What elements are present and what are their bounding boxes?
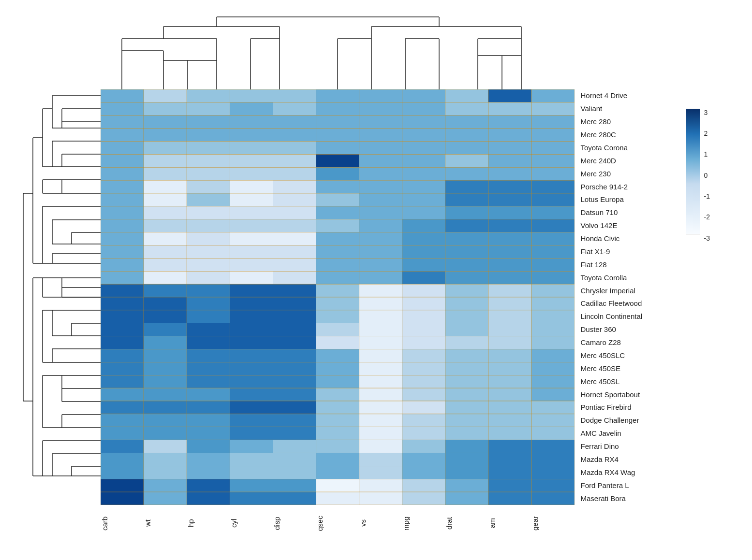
legend-label-2: 2	[704, 129, 708, 137]
row-label-21: Merc 450SE	[577, 362, 674, 375]
legend-gradient	[686, 109, 700, 234]
col-label-10: gear	[531, 506, 574, 545]
col-label-9: am	[488, 506, 531, 545]
legend-label-3: 3	[704, 109, 708, 116]
col-label-1: wt	[144, 506, 187, 545]
col-labels: carbwthpcyldispqsecvsmpgdratamgear	[101, 506, 575, 545]
col-label-2: hp	[187, 506, 230, 545]
row-label-7: Porsche 914-2	[577, 180, 674, 193]
row-label-13: Fiat 128	[577, 258, 674, 271]
row-label-23: Hornet Sportabout	[577, 388, 674, 401]
row-label-3: Merc 280C	[577, 128, 674, 141]
row-label-29: Mazda RX4 Wag	[577, 466, 674, 479]
row-label-5: Merc 240D	[577, 154, 674, 167]
legend-label-0: 0	[704, 172, 708, 179]
row-label-17: Lincoln Continental	[577, 310, 674, 323]
row-label-8: Lotus Europa	[577, 193, 674, 206]
row-label-24: Pontiac Firebird	[577, 401, 674, 414]
row-label-9: Datsun 710	[577, 206, 674, 219]
col-label-0: carb	[101, 506, 144, 545]
row-label-1: Valiant	[577, 102, 674, 115]
dendrogram-top	[101, 12, 575, 89]
row-labels: Hornet 4 DriveValiantMerc 280Merc 280CTo…	[577, 89, 674, 505]
legend-label-1: 1	[704, 150, 708, 158]
row-label-2: Merc 280	[577, 115, 674, 128]
row-label-10: Volvo 142E	[577, 219, 674, 232]
row-label-15: Chrysler Imperial	[577, 284, 674, 297]
dendrogram-left	[18, 89, 101, 505]
row-label-12: Fiat X1-9	[577, 245, 674, 258]
heatmap-canvas	[101, 89, 575, 505]
color-legend: 3 2 1 0 -1 -2 -3	[686, 109, 724, 263]
row-label-19: Camaro Z28	[577, 336, 674, 349]
main-container: Hornet 4 DriveValiantMerc 280Merc 280CTo…	[0, 0, 752, 560]
row-label-22: Merc 450SL	[577, 375, 674, 388]
row-label-20: Merc 450SLC	[577, 349, 674, 362]
row-label-11: Honda Civic	[577, 232, 674, 245]
col-label-4: disp	[273, 506, 316, 545]
heatmap	[101, 89, 575, 505]
legend-label-n3: -3	[704, 234, 710, 242]
row-label-28: Mazda RX4	[577, 453, 674, 466]
row-label-18: Duster 360	[577, 323, 674, 336]
row-label-27: Ferrari Dino	[577, 440, 674, 453]
col-label-6: vs	[359, 506, 402, 545]
row-label-30: Ford Pantera L	[577, 479, 674, 492]
row-label-31: Maserati Bora	[577, 492, 674, 505]
row-label-25: Dodge Challenger	[577, 414, 674, 427]
col-label-5: qsec	[316, 506, 359, 545]
row-label-14: Toyota Corolla	[577, 271, 674, 284]
col-label-3: cyl	[230, 506, 273, 545]
chart-area: Hornet 4 DriveValiantMerc 280Merc 280CTo…	[18, 12, 734, 558]
col-label-7: mpg	[402, 506, 445, 545]
row-label-0: Hornet 4 Drive	[577, 89, 674, 102]
row-label-4: Toyota Corona	[577, 141, 674, 154]
row-label-16: Cadillac Fleetwood	[577, 297, 674, 310]
legend-label-n1: -1	[704, 192, 710, 200]
row-label-26: AMC Javelin	[577, 427, 674, 440]
row-label-6: Merc 230	[577, 167, 674, 180]
legend-label-n2: -2	[704, 213, 710, 221]
col-label-8: drat	[445, 506, 488, 545]
